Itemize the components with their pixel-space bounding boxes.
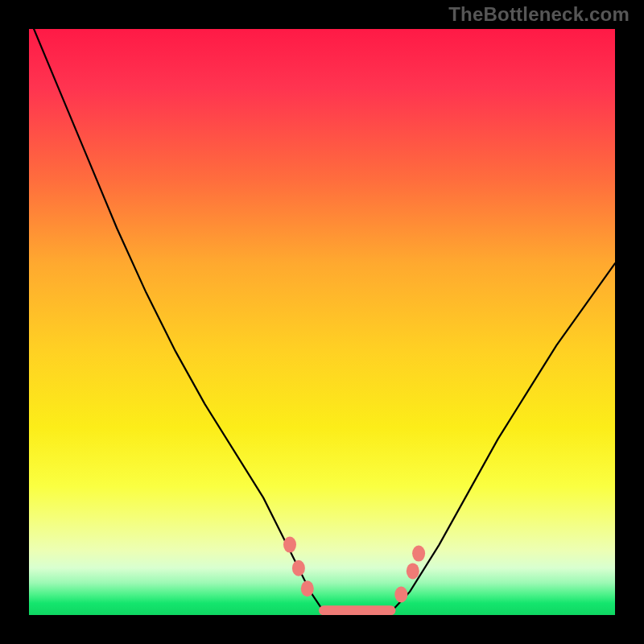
curve-marker [301, 580, 314, 597]
plot-area [29, 29, 615, 615]
curve-marker [412, 546, 425, 562]
curve-marker [394, 587, 407, 603]
curve-layer [29, 29, 615, 615]
curve-marker [292, 560, 305, 576]
curve-markers [283, 537, 425, 603]
chart-frame: TheBottleneck.com [0, 0, 644, 644]
valley-marker-pill [319, 605, 395, 615]
left-curve-path [29, 29, 322, 609]
curve-marker [407, 563, 419, 579]
right-curve-path [392, 263, 615, 610]
watermark-text: TheBottleneck.com [448, 3, 630, 26]
curve-marker [283, 537, 296, 553]
